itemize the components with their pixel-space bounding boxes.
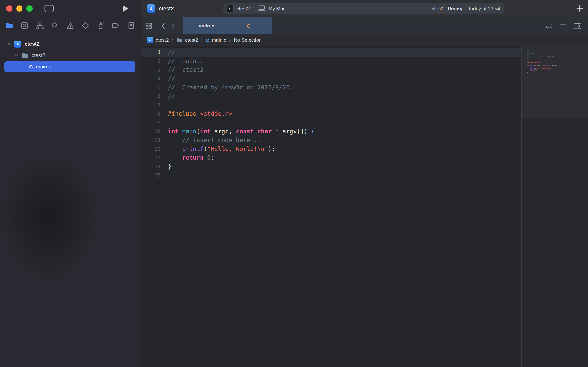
code-line[interactable]: 10int main(int argc, const char * argv[]… <box>141 127 521 136</box>
test-navigator-tab[interactable] <box>81 22 89 29</box>
breakpoint-tag-icon <box>112 26 120 30</box>
code-line[interactable]: 12 printf("Hello, World!\n"); <box>141 144 521 153</box>
tree-item-group[interactable]: ctest2 <box>0 50 140 61</box>
line-number: 10 <box>141 127 161 136</box>
line-number: 7 <box>141 101 161 109</box>
square-x-icon <box>21 26 28 30</box>
jump-bar: ctest2 ctest2 C main.c No Selection <box>141 34 588 46</box>
code-line[interactable]: 8#include <stdio.h> <box>141 109 521 118</box>
line-number: 9 <box>141 118 161 127</box>
line-number: 14 <box>141 162 161 171</box>
tab-label: main.c <box>199 23 214 29</box>
c-file-icon: C <box>29 64 33 69</box>
code-line[interactable]: 5// Created by 4nsw3r on 2022/9/26. <box>141 83 521 92</box>
code-line[interactable]: 7 <box>141 101 521 109</box>
library-add-button[interactable] <box>576 5 583 12</box>
tab-main-c[interactable]: C main.c <box>183 17 230 34</box>
play-icon <box>123 9 129 13</box>
issue-navigator-tab[interactable] <box>66 22 74 29</box>
breadcrumb-project[interactable]: ctest2 <box>156 37 169 43</box>
xcode-project-icon <box>147 4 155 13</box>
code-line[interactable]: 15 <box>141 171 521 180</box>
line-number: 12 <box>141 144 161 153</box>
disclosure-chevron-icon[interactable] <box>7 42 11 46</box>
find-navigator-tab[interactable] <box>51 22 59 29</box>
source-editor: 1//2// main.c3// ctest24//5// Created by… <box>141 46 588 367</box>
go-back-button[interactable] <box>161 22 165 29</box>
status-divider: | <box>464 6 466 11</box>
code-line[interactable]: 11 // insert code here... <box>141 136 521 144</box>
line-number: 13 <box>141 153 161 162</box>
code-line[interactable]: 14} <box>141 162 521 171</box>
toolbar: ctest2 ctest2 My Mac ctest2:Re <box>141 0 588 17</box>
project-tree: ctest2 ctest2 C main.c <box>0 38 140 72</box>
zoom-button[interactable] <box>26 5 33 12</box>
tree-item-main-c[interactable]: C main.c <box>4 61 135 72</box>
symbol-navigator-tab[interactable] <box>36 22 44 29</box>
activity-status[interactable]: ctest2:Ready|Today at 19:54 <box>432 6 500 12</box>
disclosure-chevron-icon[interactable] <box>14 53 18 57</box>
tree-item-label: ctest2 <box>25 41 40 47</box>
report-navigator-tab[interactable] <box>127 22 135 29</box>
scheme-name: ctest2 <box>237 6 250 12</box>
xcode-project-icon <box>14 41 21 48</box>
split-editor-button[interactable] <box>574 23 581 29</box>
go-forward-button[interactable] <box>171 22 175 29</box>
related-items-button[interactable] <box>145 22 152 29</box>
editor-tab-bar: C main.c <box>141 17 588 34</box>
xcode-window: ctest2 ctest2 C main.c ctest2 <box>0 0 588 367</box>
adjust-editor-button[interactable] <box>560 23 567 29</box>
project-navigator-tab[interactable] <box>5 22 13 29</box>
code-line[interactable]: 6// <box>141 92 521 101</box>
scheme-status-bar: ctest2 My Mac ctest2:Ready|Today at 19:5… <box>223 3 504 14</box>
minimize-button[interactable] <box>16 5 22 12</box>
close-button[interactable] <box>6 5 12 12</box>
code-line[interactable]: 9 <box>141 118 521 127</box>
breadcrumb-separator-icon <box>171 38 174 42</box>
code-line[interactable]: 1// <box>141 48 521 57</box>
breadcrumb-file[interactable]: main.c <box>212 37 226 43</box>
tree-item-label: main.c <box>36 64 51 70</box>
swap-arrows-icon <box>545 26 553 30</box>
toolbar-divider <box>157 22 157 29</box>
folder-icon <box>176 38 183 43</box>
plus-icon <box>576 9 583 13</box>
line-number: 15 <box>141 171 161 180</box>
breakpoint-navigator-tab[interactable] <box>112 22 120 29</box>
chevron-right-icon <box>171 26 175 30</box>
destination-name: My Mac <box>268 6 286 12</box>
debug-navigator-tab[interactable] <box>97 22 104 29</box>
line-number: 2 <box>141 57 161 65</box>
traffic-lights <box>6 5 33 12</box>
navigator-sidebar: ctest2 ctest2 C main.c <box>0 0 140 367</box>
run-button[interactable] <box>123 5 129 12</box>
line-number: 1 <box>141 48 161 57</box>
search-icon <box>51 26 59 30</box>
code-line[interactable]: 2// main.c <box>141 57 521 65</box>
spray-can-icon <box>97 26 104 30</box>
code-rows[interactable]: 1//2// main.c3// ctest24//5// Created by… <box>141 48 521 180</box>
status-time: Today at 19:54 <box>468 6 500 11</box>
line-number: 4 <box>141 74 161 83</box>
breadcrumb-group[interactable]: ctest2 <box>185 37 198 43</box>
code-line[interactable]: 3// ctest2 <box>141 65 521 74</box>
breadcrumb-separator-icon <box>229 38 231 42</box>
code-line[interactable]: 4// <box>141 74 521 83</box>
folder-icon <box>5 26 13 30</box>
tree-item-project[interactable]: ctest2 <box>0 38 140 50</box>
warning-triangle-icon <box>66 26 74 30</box>
minimap[interactable]: //// main.c// ctest2//// Created by 4nsw… <box>521 46 588 367</box>
c-file-icon: C <box>206 38 209 43</box>
toggle-sidebar-button[interactable] <box>44 5 54 12</box>
c-file-icon: C <box>225 17 272 34</box>
breadcrumb-selection[interactable]: No Selection <box>234 37 262 43</box>
xcode-project-icon <box>147 37 153 43</box>
chevron-right-icon <box>253 7 255 11</box>
code-review-button[interactable] <box>545 23 553 29</box>
chevron-left-icon <box>161 26 165 30</box>
code-line[interactable]: 13 return 0; <box>141 153 521 162</box>
source-control-navigator-tab[interactable] <box>21 22 28 29</box>
laptop-icon <box>258 5 266 12</box>
status-project: ctest2: <box>432 6 446 11</box>
scheme-selector[interactable]: ctest2 My Mac <box>227 5 285 12</box>
